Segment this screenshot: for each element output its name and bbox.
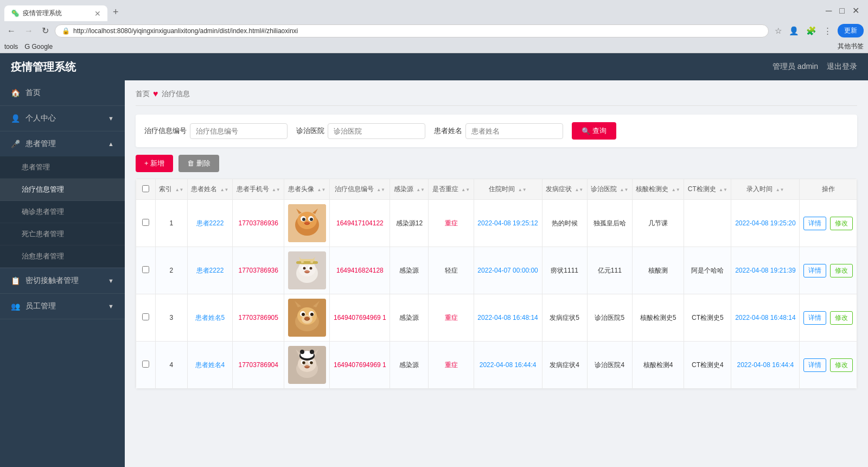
- personal-icon: 👤: [11, 114, 20, 123]
- edit-button-4[interactable]: 修改: [830, 358, 853, 372]
- sidebar-patient-header[interactable]: 🎤 患者管理 ▲: [0, 131, 125, 156]
- col-actions: 操作: [800, 179, 857, 200]
- app-title: 疫情管理系统: [11, 60, 76, 74]
- table-container: 索引 ▲▼ 患者姓名 ▲▼ 患者手机号 ▲▼ 患者头像: [136, 179, 857, 389]
- search-button[interactable]: 🔍 查询: [572, 122, 616, 140]
- win-minimize[interactable]: ─: [822, 4, 835, 17]
- address-bar[interactable]: 🔒 http://localhost:8080/yiqingxinxiguanl…: [55, 24, 769, 37]
- sidebar-item-contact[interactable]: 📋 密切接触者管理 ▼: [0, 268, 125, 294]
- edit-button-1[interactable]: 修改: [830, 217, 853, 230]
- admin-label: 管理员 admin: [773, 62, 818, 72]
- row-checkbox-2[interactable]: [142, 266, 149, 273]
- new-tab-button[interactable]: +: [107, 3, 124, 21]
- address-text: http://localhost:8080/yiqingxinxiguanlix…: [73, 27, 762, 35]
- sidebar-item-patient-mgmt[interactable]: 患者管理: [0, 156, 125, 179]
- row-checkbox-3[interactable]: [142, 313, 149, 320]
- add-button[interactable]: + 新增: [136, 155, 173, 172]
- browser-back-button[interactable]: ←: [4, 25, 18, 37]
- col-index: 索引 ▲▼: [156, 179, 188, 200]
- sidebar-personal-label: 个人中心: [25, 113, 56, 123]
- win-maximize[interactable]: □: [836, 4, 848, 17]
- app-container: 🏠 首页 👤 个人中心 ▼ 🎤 患者管理 ▲ 患者管理 治疗信息管理: [0, 80, 868, 467]
- row-ct: [684, 200, 731, 247]
- browser-tab-active[interactable]: 🦠 疫情管理系统 ✕: [4, 5, 107, 21]
- sidebar-item-staff[interactable]: 👥 员工管理 ▼: [0, 294, 125, 319]
- browser-menu-icon[interactable]: ⋮: [821, 24, 834, 37]
- col-checkbox: [136, 179, 156, 200]
- sidebar-item-home[interactable]: 🏠 首页: [0, 80, 125, 106]
- sort-arrows-source: ▲▼: [416, 187, 425, 192]
- browser-forward-button[interactable]: →: [22, 25, 36, 37]
- row-checkbox-4[interactable]: [142, 361, 149, 368]
- table-row: 3 患者姓名5 17703786905: [136, 294, 857, 342]
- svg-point-32: [302, 361, 305, 364]
- sidebar-item-cured[interactable]: 治愈患者管理: [0, 245, 125, 268]
- row-hospital: 诊治医院5: [587, 294, 632, 342]
- table-row: 1 患者2222 17703786936: [136, 200, 857, 247]
- row-ct: CT检测史4: [684, 342, 731, 389]
- row-entry: 2022-04-08 16:44:4: [731, 342, 800, 389]
- detail-button-1[interactable]: 详情: [803, 217, 826, 230]
- svg-point-6: [310, 218, 313, 221]
- svg-point-5: [302, 218, 305, 221]
- detail-button-3[interactable]: 详情: [803, 311, 826, 325]
- row-name[interactable]: 患者2222: [187, 247, 232, 294]
- edit-button-3[interactable]: 修改: [830, 311, 853, 325]
- other-bookmarks[interactable]: 其他书签: [838, 42, 864, 51]
- row-name[interactable]: 患者姓名4: [187, 342, 232, 389]
- detail-button-4[interactable]: 详情: [803, 358, 826, 372]
- filter-patient-name: 患者姓名: [434, 123, 563, 139]
- sort-arrows-entry: ▲▼: [776, 187, 784, 192]
- bookmark-tools[interactable]: tools: [4, 43, 18, 51]
- row-checkbox-1[interactable]: [142, 219, 149, 226]
- browser-update-button[interactable]: 更新: [838, 24, 864, 37]
- filter-bar: 治疗信息编号 诊治医院 患者姓名 🔍 查询: [136, 115, 857, 147]
- browser-extensions-icon[interactable]: 🧩: [803, 24, 819, 37]
- sort-arrows-name: ▲▼: [220, 187, 229, 192]
- svg-point-33: [310, 361, 313, 364]
- svg-point-38: [310, 350, 314, 354]
- app-header: 疫情管理系统 管理员 admin 退出登录: [0, 53, 868, 80]
- svg-point-37: [300, 350, 304, 354]
- bookmark-google[interactable]: G Google: [24, 42, 53, 51]
- detail-button-2[interactable]: 详情: [803, 264, 826, 277]
- browser-profile-icon[interactable]: 👤: [786, 24, 802, 37]
- svg-point-24: [302, 313, 305, 316]
- col-treatment-no: 治疗信息编号 ▲▼: [330, 179, 390, 200]
- col-entry: 录入时间 ▲▼: [731, 179, 800, 200]
- row-admit: 2022-04-08 16:48:14: [474, 294, 542, 342]
- row-severe: 重症: [429, 294, 474, 342]
- chevron-down-icon: ▼: [108, 115, 114, 122]
- chevron-down-icon3: ▼: [108, 303, 114, 310]
- bookmark-star-icon[interactable]: ☆: [772, 24, 784, 37]
- win-close[interactable]: ✕: [849, 4, 863, 17]
- patient-name-input[interactable]: [465, 123, 563, 139]
- row-index: 2: [156, 247, 188, 294]
- sidebar-item-treatment[interactable]: 治疗信息管理: [0, 179, 125, 201]
- row-pcr: 核酸检测史5: [632, 294, 684, 342]
- sidebar-item-personal[interactable]: 👤 个人中心 ▼: [0, 106, 125, 131]
- sort-arrows-phone: ▲▼: [272, 187, 280, 192]
- edit-button-2[interactable]: 修改: [830, 264, 853, 277]
- tab-close-icon[interactable]: ✕: [94, 9, 101, 18]
- sidebar-item-confirmed[interactable]: 确诊患者管理: [0, 201, 125, 223]
- row-name[interactable]: 患者2222: [187, 200, 232, 247]
- row-name[interactable]: 患者姓名5: [187, 294, 232, 342]
- action-bar: + 新增 🗑 删除: [136, 155, 857, 172]
- browser-refresh-button[interactable]: ↻: [39, 24, 52, 37]
- row-pcr: 几节课: [632, 200, 684, 247]
- row-treatment-no: 1649417104122: [330, 200, 390, 247]
- select-all-checkbox[interactable]: [142, 185, 149, 192]
- sidebar-item-deceased[interactable]: 死亡患者管理: [0, 223, 125, 245]
- sort-arrows-tno: ▲▼: [376, 187, 385, 192]
- logout-link[interactable]: 退出登录: [827, 62, 857, 72]
- row-entry: 2022-04-08 19:25:20: [731, 200, 800, 247]
- row-ops: 详情 修改: [800, 294, 857, 342]
- hospital-input[interactable]: [328, 123, 425, 139]
- treatment-no-input[interactable]: [190, 123, 288, 139]
- row-ops: 详情 修改: [800, 342, 857, 389]
- patient-avatar-1: [288, 204, 326, 242]
- breadcrumb-home[interactable]: 首页: [136, 89, 150, 99]
- delete-button[interactable]: 🗑 删除: [178, 155, 219, 172]
- row-index: 3: [156, 294, 188, 342]
